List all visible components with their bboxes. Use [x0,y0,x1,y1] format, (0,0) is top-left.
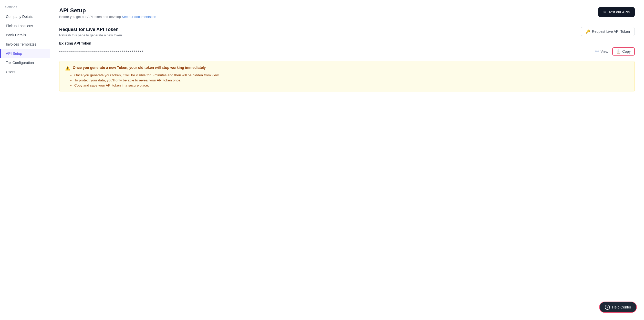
copy-token-button[interactable]: 📋 Copy [612,47,635,56]
page-header-left: API Setup Before you get our API token a… [59,7,156,19]
help-icon: ? [605,305,610,310]
token-section-subtitle: Refresh this page to generate a new toke… [59,33,122,37]
warning-box: ⚠️ Once you generate a new Token, your o… [59,61,635,92]
page-subtitle: Before you get our API token and develop… [59,15,156,19]
token-section-title: Request for Live API Token [59,27,122,32]
token-section-header: Request for Live API Token Refresh this … [59,27,635,37]
settings-label: Settings [0,5,50,12]
token-row: ****************************************… [59,47,635,56]
page-header: API Setup Before you get our API token a… [59,7,635,19]
sidebar-item-company-details[interactable]: Company Details [0,12,50,21]
token-value: ****************************************… [59,49,590,54]
test-api-button[interactable]: ⚙ Test our APIs [598,7,635,17]
sidebar-item-invoices-templates[interactable]: Invoices Templates [0,40,50,49]
sidebar-item-api-setup[interactable]: API Setup [0,49,50,58]
token-section: Request for Live API Token Refresh this … [59,27,635,92]
page-title: API Setup [59,7,156,14]
gear-icon: ⚙ [603,10,607,14]
warning-title: Once you generate a new Token, your old … [73,66,206,70]
warning-item: To protect your data, you'll only be abl… [74,78,629,82]
doc-link[interactable]: See our documentation [122,15,156,19]
token-actions: 👁 View 📋 Copy [593,47,635,56]
copy-icon: 📋 [616,49,621,54]
token-box: Existing API Token *********************… [59,41,635,56]
sidebar-item-users[interactable]: Users [0,67,50,77]
sidebar-item-tax-configuration[interactable]: Tax Configuration [0,58,50,67]
request-token-button[interactable]: 🔑 Request Live API Token [581,27,635,36]
help-center-button[interactable]: ? Help Center [599,302,637,313]
main-content: API Setup Before you get our API token a… [50,0,644,320]
sidebar: Settings Company Details Pickup Location… [0,0,50,320]
warning-icon: ⚠️ [65,66,70,71]
warning-item: Once you generate your token, it will be… [74,73,629,77]
sidebar-item-pickup-locations[interactable]: Pickup Locations [0,21,50,30]
warning-list: Once you generate your token, it will be… [65,73,629,87]
sidebar-item-bank-details[interactable]: Bank Details [0,30,50,40]
view-token-button[interactable]: 👁 View [593,48,610,55]
eye-icon: 👁 [595,49,599,54]
key-icon: 🔑 [586,29,590,34]
warning-item: Copy and save your API token in a secure… [74,83,629,87]
token-label: Existing API Token [59,41,635,45]
warning-header: ⚠️ Once you generate a new Token, your o… [65,66,629,71]
token-section-titles: Request for Live API Token Refresh this … [59,27,122,37]
